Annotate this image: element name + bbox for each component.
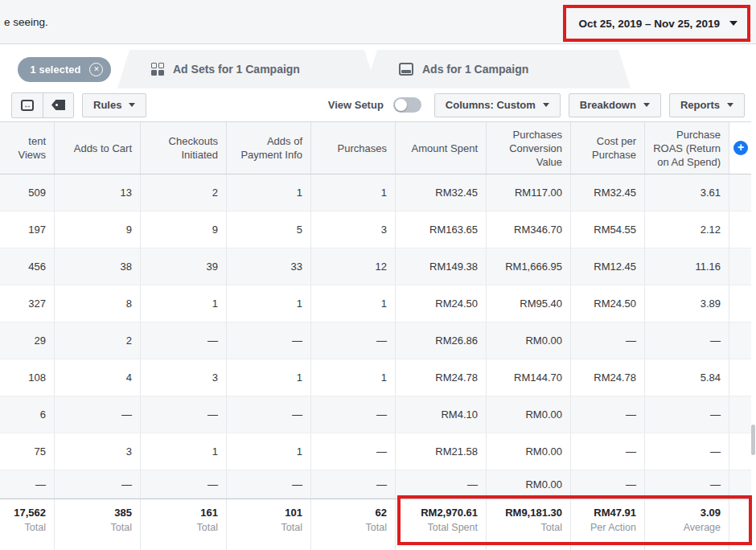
cell: 13 — [55, 174, 141, 211]
column-header-5[interactable]: Amount Spent — [396, 122, 487, 174]
cell: — — [311, 433, 396, 470]
column-header-2[interactable]: Checkouts Initiated — [141, 122, 227, 174]
total-value: RM47.91 — [594, 507, 636, 519]
table-row[interactable]: 1979953RM163.65RM346.70RM54.552.12 — [0, 211, 752, 248]
columns-button[interactable]: Columns: Custom — [434, 93, 561, 117]
vertical-scrollbar[interactable] — [751, 121, 756, 550]
tab-ads-label: Ads for 1 Campaign — [422, 63, 528, 76]
total-cell: 3.09Average — [645, 499, 729, 550]
cell: RM0.00 — [487, 470, 571, 498]
cell: 12 — [311, 248, 396, 285]
cell: 1 — [227, 174, 311, 211]
cell: 1 — [227, 285, 311, 322]
cell: 33 — [227, 248, 311, 285]
tab-ads[interactable]: Ads for 1 Campaign — [365, 50, 631, 88]
tab-campaigns-selected[interactable]: 1 selected ✕ — [0, 50, 132, 88]
cell: — — [55, 470, 141, 498]
cell: 1 — [311, 285, 396, 322]
cell: — — [227, 322, 311, 359]
cell: RM0.00 — [487, 396, 571, 433]
cell: RM26.86 — [396, 322, 487, 359]
table-row[interactable]: 45638393312RM149.38RM1,666.95RM12.4511.1… — [0, 248, 752, 285]
total-value: 3.09 — [701, 507, 721, 519]
cell: RM149.38 — [396, 248, 487, 285]
tab-ad-sets[interactable]: Ad Sets for 1 Campaign — [117, 50, 376, 88]
total-cell: RM47.91Per Action — [571, 499, 645, 550]
metrics-table: tent ViewsAdds to CartCheckouts Initiate… — [0, 121, 752, 550]
total-value: 385 — [114, 507, 132, 519]
total-cell: 385Total — [55, 499, 141, 550]
cell: RM24.78 — [396, 359, 487, 396]
column-header-4[interactable]: Purchases — [311, 122, 396, 174]
tag-button[interactable] — [43, 93, 73, 117]
cell: RM346.70 — [487, 211, 571, 248]
breakdown-button[interactable]: Breakdown — [569, 93, 661, 117]
cell: RM117.00 — [487, 174, 571, 211]
row-spacer — [729, 499, 752, 550]
rules-button[interactable]: Rules — [82, 93, 146, 117]
chevron-down-icon — [129, 103, 135, 107]
row-spacer — [729, 433, 752, 470]
cell: RM24.50 — [571, 285, 645, 322]
cell: 2 — [141, 174, 227, 211]
total-cell: 62Total — [311, 499, 396, 550]
total-value: 101 — [285, 507, 302, 519]
breakdown-label: Breakdown — [580, 99, 636, 111]
row-spacer — [729, 174, 752, 211]
cell: 327 — [0, 285, 55, 322]
cell: 3 — [311, 211, 396, 248]
table-row[interactable]: 3278111RM24.50RM95.40RM24.503.89 — [0, 285, 752, 322]
table-header-row: tent ViewsAdds to CartCheckouts Initiate… — [0, 121, 752, 174]
cell: — — [645, 322, 729, 359]
cell: 1 — [227, 359, 311, 396]
cell: 3.61 — [645, 174, 729, 211]
cell: — — [645, 470, 729, 498]
table-row[interactable]: 1084311RM24.78RM144.70RM24.785.84 — [0, 359, 752, 396]
column-header-7[interactable]: Cost per Purchase — [571, 122, 645, 174]
total-cell: 161Total — [141, 499, 227, 550]
cell: 3 — [55, 433, 141, 470]
selected-filter-pill[interactable]: 1 selected ✕ — [18, 57, 112, 82]
cell: 8 — [55, 285, 141, 322]
view-setup-label: View Setup — [328, 99, 384, 111]
table-row[interactable]: 292———RM26.86RM0.00—— — [0, 322, 752, 359]
close-icon[interactable]: ✕ — [89, 63, 103, 76]
scrollbar-thumb[interactable] — [751, 425, 755, 455]
total-value: RM2,970.61 — [421, 507, 478, 519]
cell: 11.16 — [645, 248, 729, 285]
total-cell: RM2,970.61Total Spent — [396, 499, 487, 550]
tab-strip: 1 selected ✕ Ad Sets for 1 Campaign Ads … — [0, 44, 756, 88]
cell: 5 — [227, 211, 311, 248]
column-header-1[interactable]: Adds to Cart — [55, 122, 141, 174]
add-column-icon[interactable]: + — [733, 141, 748, 155]
table-row[interactable]: 6————RM4.10RM0.00—— — [0, 396, 752, 433]
column-header-8[interactable]: Purchase ROAS (Return on Ad Spend) — [645, 122, 729, 174]
column-header-3[interactable]: Adds of Payment Info — [227, 122, 311, 174]
row-spacer — [729, 248, 752, 285]
split-test-button[interactable]: ↔ — [12, 93, 43, 117]
cell: 75 — [0, 433, 55, 470]
date-range-selector[interactable]: Oct 25, 2019 – Nov 25, 2019 — [563, 6, 752, 41]
cell: RM144.70 — [487, 359, 571, 396]
cell: 9 — [55, 211, 141, 248]
row-spacer — [729, 211, 752, 248]
totals-row: 17,562Total385Total161Total101Total62Tot… — [0, 499, 752, 550]
cell: 3 — [141, 359, 227, 396]
column-header-0[interactable]: tent Views — [0, 122, 55, 174]
date-range-text: Oct 25, 2019 – Nov 25, 2019 — [578, 18, 720, 30]
total-label: Total — [111, 522, 132, 533]
chevron-down-icon — [729, 21, 738, 26]
table-row[interactable]: 50913211RM32.45RM117.00RM32.453.61 — [0, 174, 752, 211]
cell: RM32.45 — [396, 174, 487, 211]
toolbar-right: View Setup Columns: Custom Breakdown Rep… — [328, 93, 745, 117]
table-row[interactable]: 75311—RM21.58RM0.00—— — [0, 433, 752, 470]
cell: 6 — [0, 396, 55, 433]
total-label: Total — [25, 522, 46, 533]
column-header-6[interactable]: Purchases Conversion Value — [487, 122, 571, 174]
table-row[interactable]: ——————RM0.00—— — [0, 470, 752, 499]
view-setup-toggle[interactable] — [393, 97, 421, 113]
reports-button[interactable]: Reports — [669, 93, 745, 117]
chevron-down-icon — [727, 103, 733, 107]
total-label: Total — [281, 522, 302, 533]
cell: 9 — [141, 211, 227, 248]
